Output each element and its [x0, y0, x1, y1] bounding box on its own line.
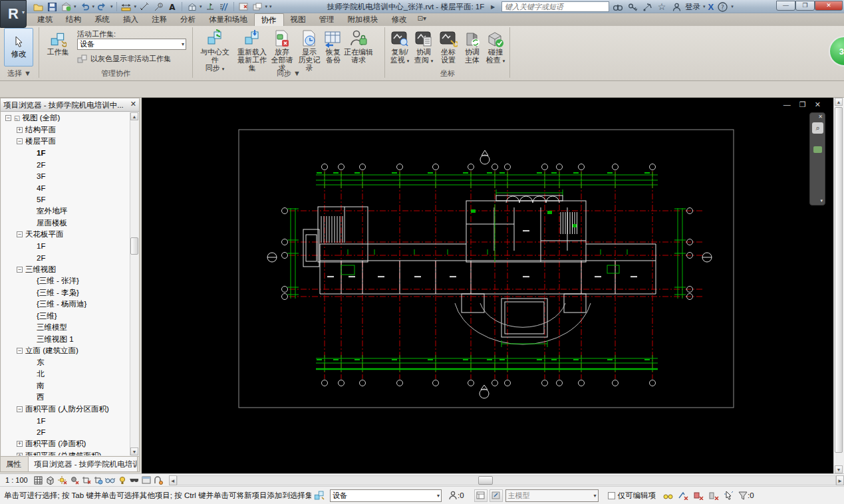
navbar-close-icon[interactable]: ✕: [818, 114, 823, 120]
tree-item[interactable]: +面积平面 (净面积): [1, 438, 130, 450]
tree-item[interactable]: 三维视图 1: [1, 334, 130, 346]
tree-item[interactable]: 屋面楼板: [1, 217, 130, 229]
subscription-key-icon[interactable]: [627, 1, 638, 12]
tab-project-browser[interactable]: 项目浏览器 - 技师学院机电培训...: [29, 457, 138, 471]
panel-display-toggle-icon[interactable]: ⊡▾: [418, 13, 426, 26]
restore-button[interactable]: ❐: [795, 1, 815, 11]
select-toggle-icon[interactable]: [724, 491, 734, 500]
tree-expander-icon[interactable]: −: [17, 267, 23, 273]
application-menu-button[interactable]: R▾: [0, 0, 27, 28]
redo-icon[interactable]: [96, 1, 108, 12]
editable-only-checkbox[interactable]: [608, 492, 615, 499]
exchange-apps-icon[interactable]: X: [708, 2, 714, 12]
workset-combo[interactable]: 设备▾: [330, 489, 442, 502]
ribbon-tab-附加模块[interactable]: 附加模块: [341, 13, 385, 26]
open-icon[interactable]: [32, 1, 44, 12]
tree-item[interactable]: 2F: [1, 159, 130, 171]
help-icon[interactable]: ?: [716, 1, 728, 12]
drawing-area[interactable]: — ❐ ✕ ✕ ⌕ ▾: [142, 98, 833, 473]
section-icon[interactable]: [204, 1, 216, 12]
modify-button[interactable]: 修改: [4, 28, 33, 66]
ribbon-tab-体量和场地[interactable]: 体量和场地: [202, 13, 254, 26]
project-browser-scrollbar[interactable]: ▲ ▼: [130, 112, 138, 455]
exclude-options-icon[interactable]: [678, 491, 689, 500]
scroll-down-icon[interactable]: ▼: [130, 447, 138, 455]
pick-to-edit-icon[interactable]: [490, 489, 503, 502]
undo-icon[interactable]: [78, 1, 90, 12]
ribbon-tab-视图[interactable]: 视图: [284, 13, 313, 26]
help-dropdown-icon[interactable]: ▾: [731, 4, 734, 9]
hscroll-left-icon[interactable]: ◄: [169, 475, 177, 485]
tree-expander-icon[interactable]: +: [17, 453, 23, 455]
communication-center-icon[interactable]: [641, 1, 653, 12]
aligned-dimension-icon[interactable]: [138, 1, 150, 12]
show-history-button[interactable]: 显示历史记录: [295, 28, 323, 72]
tree-item[interactable]: 2F: [1, 252, 130, 264]
tree-item[interactable]: 5F: [1, 194, 130, 206]
horizontal-scrollbar[interactable]: [177, 475, 836, 485]
show-constraints-icon[interactable]: [153, 475, 164, 485]
tree-item[interactable]: 1F: [1, 148, 130, 160]
ribbon-tab-分析[interactable]: 分析: [174, 13, 202, 26]
select-panel-label[interactable]: 选择 ▼: [1, 68, 37, 78]
customize-qat-icon[interactable]: ▾: [269, 4, 272, 9]
view-scale[interactable]: 1 : 100: [5, 476, 28, 484]
switch-windows-dropdown-icon[interactable]: ▾: [265, 4, 268, 9]
navbar-dropdown-icon[interactable]: ▾: [820, 198, 823, 203]
editing-requests-icon[interactable]: :0: [448, 491, 464, 501]
tree-expander-icon[interactable]: −: [17, 138, 23, 144]
search-binoculars-icon[interactable]: [612, 1, 624, 12]
tree-expander-icon[interactable]: −: [5, 115, 11, 121]
copy-monitor-button[interactable]: 复制/监视 ▾: [388, 28, 411, 65]
tree-item[interactable]: 三维模型: [1, 322, 130, 334]
infocenter-collapse-icon[interactable]: ▶: [487, 1, 499, 12]
sync-dropdown-icon[interactable]: ▾: [74, 4, 76, 9]
editing-requests-button[interactable]: 正在编辑请求: [341, 28, 376, 64]
tree-item[interactable]: {三维 - 李枭}: [1, 287, 130, 299]
ribbon-tab-协作[interactable]: 协作: [254, 13, 284, 26]
save-icon[interactable]: [46, 1, 58, 12]
tree-item[interactable]: 东: [1, 357, 130, 369]
selection-filter-icon[interactable]: :0: [738, 491, 754, 500]
sync-with-central-button[interactable]: 与中心文件同步 ▾: [197, 28, 233, 73]
navigation-bar[interactable]: ✕ ⌕ ▾: [809, 112, 825, 205]
interference-check-button[interactable]: 碰撞检查 ▾: [484, 28, 507, 65]
tree-item[interactable]: 2F: [1, 427, 130, 439]
favorites-star-icon[interactable]: ☆: [656, 1, 668, 12]
tree-item[interactable]: 4F: [1, 182, 130, 194]
tree-expander-icon[interactable]: +: [17, 127, 23, 133]
vertical-scrollbar[interactable]: ▲ ▼: [833, 98, 844, 473]
3d-dropdown-icon[interactable]: ▾: [200, 4, 202, 9]
tree-item[interactable]: +面积平面 (总建筑面积): [1, 450, 130, 456]
tree-item[interactable]: 南: [1, 380, 130, 392]
tree-item[interactable]: −天花板平面: [1, 229, 130, 241]
view-window-controls[interactable]: — ❐ ✕: [783, 100, 824, 109]
tree-item[interactable]: 1F: [1, 415, 130, 427]
zoom-tool-icon[interactable]: ⌕: [812, 122, 823, 134]
project-browser-title[interactable]: 项目浏览器 - 技师学院机电培训中... ✕: [1, 98, 139, 112]
active-workset-combo[interactable]: 设备▾: [77, 39, 186, 50]
close-inactive-windows-icon[interactable]: [237, 1, 249, 12]
shadows-icon[interactable]: [69, 475, 80, 485]
ribbon-tab-结构[interactable]: 结构: [59, 13, 88, 26]
show-crop-region-icon[interactable]: [93, 475, 104, 485]
tree-item[interactable]: 1F: [1, 241, 130, 253]
vscroll-down-icon[interactable]: ▼: [835, 465, 843, 473]
ribbon-tab-修改[interactable]: 修改: [385, 13, 414, 26]
undo-dropdown-icon[interactable]: ▾: [92, 4, 95, 9]
vscroll-up-icon[interactable]: ▲: [835, 98, 843, 106]
sign-in-person-icon[interactable]: [670, 1, 682, 12]
ribbon-tab-系统[interactable]: 系统: [88, 13, 116, 26]
tree-item[interactable]: −三维视图: [1, 264, 130, 276]
worksets-button[interactable]: 工作集: [43, 28, 73, 56]
crop-view-icon[interactable]: [81, 475, 92, 485]
tag-icon[interactable]: 1: [152, 1, 164, 12]
ribbon-tab-插入[interactable]: 插入: [116, 13, 145, 26]
sync-with-central-icon[interactable]: [60, 1, 72, 12]
tree-expander-icon[interactable]: −: [17, 231, 23, 237]
tree-item[interactable]: 室外地坪: [1, 205, 130, 217]
tree-item[interactable]: −立面 (建筑立面): [1, 345, 130, 357]
tree-expander-icon[interactable]: −: [17, 348, 23, 354]
reload-latest-button[interactable]: 重新载入最新工作集: [234, 28, 270, 72]
project-browser-close-icon[interactable]: ✕: [130, 100, 136, 108]
